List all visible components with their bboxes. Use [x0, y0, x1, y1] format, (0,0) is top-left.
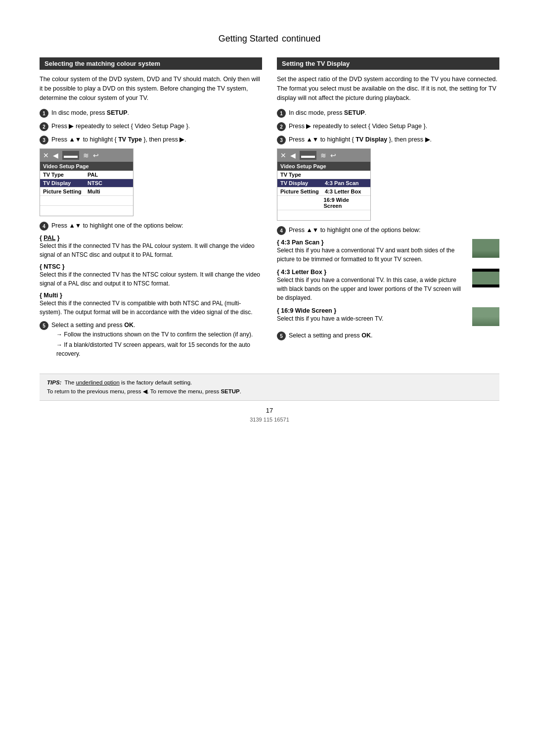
right-step-1: 1 In disc mode, press SETUP. — [277, 108, 499, 118]
right-step-4-text: Press ▲▼ to highlight one of the options… — [289, 226, 499, 235]
right-icon-back: ↩ — [330, 151, 336, 159]
right-table-row-wide: 16:9 Wide Screen — [277, 196, 370, 210]
icon-back: ↩ — [93, 151, 99, 159]
option-pal-desc: Select this if the connected TV has the … — [40, 241, 262, 259]
bullet-1: Follow the instructions shown on the TV … — [56, 330, 262, 339]
option-letter-box-text: { 4:3 Letter Box } Select this if you ha… — [277, 269, 468, 302]
right-section-intro: Set the aspect ratio of the DVD system a… — [277, 75, 499, 102]
option-wide-screen: { 16:9 Wide Screen } Select this if you … — [277, 307, 499, 326]
right-step-num-3: 3 — [277, 136, 286, 144]
left-table-title: Video Setup Page — [40, 162, 133, 171]
right-table-row-picture: Picture Setting 4:3 Letter Box — [277, 188, 370, 196]
step-5-text: Select a setting and press OK. Follow th… — [51, 321, 262, 360]
right-section-header: Setting the TV Display — [277, 57, 499, 70]
right-label-picture: Picture Setting — [280, 189, 325, 194]
bullet-2: If a blank/distorted TV screen appears, … — [56, 340, 262, 358]
left-val-tvdisplay: NTSC — [88, 180, 102, 186]
option-pan-scan: { 4:3 Pan Scan } Select this if you have… — [277, 239, 499, 264]
right-icon-video-active: ▬▬ — [300, 151, 316, 160]
left-label-tvdisplay: TV Display — [43, 180, 88, 186]
right-table-row-tvdisplay: TV Display 4:3 Pan Scan — [277, 179, 370, 188]
step-3-text: Press ▲▼ to highlight { TV Type }, then … — [51, 135, 262, 144]
option-multi-desc: Select this if the connected TV is compa… — [40, 299, 262, 317]
icon-speaker: ◀ — [53, 151, 58, 159]
left-step-3: 3 Press ▲▼ to highlight { TV Type }, the… — [40, 135, 262, 144]
left-label-picture: Picture Setting — [43, 189, 88, 194]
tips-bar: TIPS: The underlined option is the facto… — [40, 374, 499, 401]
right-step-num-2: 2 — [277, 122, 286, 131]
right-step-1-text: In disc mode, press SETUP. — [289, 108, 499, 118]
left-step-5: 5 Select a setting and press OK. Follow … — [40, 321, 262, 360]
pan-scan-image — [472, 239, 499, 258]
left-val-tvtype: PAL — [88, 172, 98, 178]
right-step-5-text: Select a setting and press OK. — [289, 331, 499, 340]
option-pan-scan-title: { 4:3 Pan Scan } — [277, 239, 468, 246]
right-step-4: 4 Press ▲▼ to highlight one of the optio… — [277, 226, 499, 235]
wide-screen-image — [472, 307, 499, 326]
option-pal-title: { PAL } — [40, 235, 262, 241]
step-4-text: Press ▲▼ to highlight one of the options… — [51, 221, 262, 231]
right-setup-table: ✕ ◀ ▬▬ ≋ ↩ Video Setup Page TV Type TV D… — [277, 148, 371, 221]
step-1-text: In disc mode, press SETUP. — [51, 108, 262, 118]
step-num-2: 2 — [40, 122, 48, 131]
icon-settings: ≋ — [83, 151, 89, 159]
option-pan-scan-text: { 4:3 Pan Scan } Select this if you have… — [277, 239, 468, 264]
right-icon-x: ✕ — [280, 151, 286, 159]
left-step-4: 4 Press ▲▼ to highlight one of the optio… — [40, 221, 262, 231]
right-label-wide — [280, 197, 324, 209]
right-table-row-tvtype: TV Type — [277, 171, 370, 179]
right-step-num-5: 5 — [277, 331, 286, 340]
tips-label: TIPS: — [47, 379, 61, 385]
doc-number: 3139 115 16571 — [40, 417, 499, 423]
left-step-2: 2 Press ▶ repeatedly to select { Video S… — [40, 122, 262, 131]
option-ntsc-title: { NTSC } — [40, 263, 262, 270]
left-table-row-picture: Picture Setting Multi — [40, 188, 133, 196]
right-val-wide: 16:9 Wide Screen — [324, 197, 367, 209]
left-label-tvtype: TV Type — [43, 172, 88, 178]
left-setup-table: ✕ ◀ ▬▬ ≋ ↩ Video Setup Page TV Type PAL … — [40, 148, 134, 216]
option-wide-screen-title: { 16:9 Wide Screen } — [277, 307, 468, 314]
step-num-1: 1 — [40, 109, 48, 118]
page-title: Getting Started continued — [40, 30, 499, 45]
option-wide-screen-text: { 16:9 Wide Screen } Select this if you … — [277, 307, 468, 323]
right-table-title: Video Setup Page — [277, 162, 370, 171]
right-step-num-1: 1 — [277, 109, 286, 118]
option-letter-box-desc: Select this if you have a conventional T… — [277, 276, 468, 302]
right-val-picture: 4:3 Letter Box — [325, 189, 361, 194]
right-step-5: 5 Select a setting and press OK. — [277, 331, 499, 340]
right-icon-speaker: ◀ — [290, 151, 296, 159]
right-step-3: 3 Press ▲▼ to highlight { TV Display }, … — [277, 135, 499, 144]
right-label-tvtype: TV Type — [280, 172, 325, 178]
left-table-icons-row: ✕ ◀ ▬▬ ≋ ↩ — [40, 149, 133, 162]
option-letter-box: { 4:3 Letter Box } Select this if you ha… — [277, 269, 499, 302]
left-step-1: 1 In disc mode, press SETUP. — [40, 108, 262, 118]
left-table-row-empty — [40, 196, 133, 206]
icon-x: ✕ — [43, 151, 49, 159]
right-step-2: 2 Press ▶ repeatedly to select { Video S… — [277, 122, 499, 131]
page-number: 17 — [40, 407, 499, 414]
option-pan-scan-desc: Select this if you have a conventional T… — [277, 246, 468, 264]
left-table-row-empty2 — [40, 206, 133, 216]
left-column: Selecting the matching colour system The… — [40, 57, 262, 364]
right-step-num-4: 4 — [277, 226, 286, 235]
left-table-row-tvtype: TV Type PAL — [40, 171, 133, 179]
option-pal: { PAL } Select this if the connected TV … — [40, 235, 262, 259]
icon-video-active: ▬▬ — [62, 151, 79, 160]
left-section-intro: The colour system of the DVD system, DVD… — [40, 75, 262, 102]
right-val-tvdisplay: 4:3 Pan Scan — [325, 180, 358, 186]
step-num-5: 5 — [40, 321, 48, 330]
right-step-3-text: Press ▲▼ to highlight { TV Display }, th… — [289, 135, 499, 144]
left-val-picture: Multi — [88, 189, 100, 194]
option-letter-box-title: { 4:3 Letter Box } — [277, 269, 468, 276]
right-table-row-empty — [277, 210, 370, 220]
step-num-4: 4 — [40, 222, 48, 231]
option-ntsc: { NTSC } Select this if the connected TV… — [40, 263, 262, 288]
option-wide-screen-desc: Select this if you have a wide-screen TV… — [277, 314, 468, 323]
step-num-3: 3 — [40, 136, 48, 144]
right-step-2-text: Press ▶ repeatedly to select { Video Set… — [289, 122, 499, 131]
right-column: Setting the TV Display Set the aspect ra… — [277, 57, 499, 364]
letter-box-image — [472, 269, 499, 287]
left-section-header: Selecting the matching colour system — [40, 57, 262, 70]
left-table-row-tvdisplay: TV Display NTSC — [40, 179, 133, 188]
option-multi: { Multi } Select this if the connected T… — [40, 292, 262, 317]
